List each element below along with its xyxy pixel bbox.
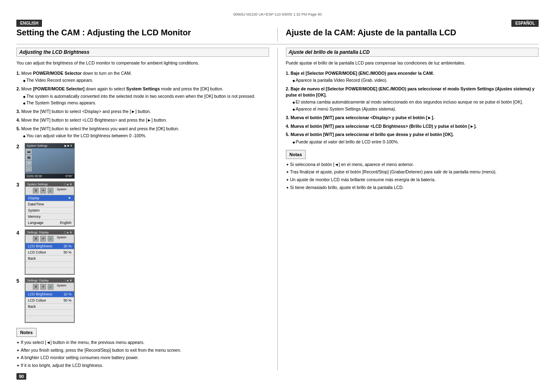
step-num: 2. (16, 86, 20, 91)
icon-camera: 📷 (26, 149, 32, 154)
menu-language-row: Language English (25, 220, 74, 226)
screen-4-img: Settings: Display □ ● ⏸ ⚙ ☀ 🔊 System LCD… (25, 229, 75, 275)
notes-box-left: Notes (16, 328, 37, 337)
step-3-left: 3. Move the [W/T] button to select <Disp… (16, 108, 269, 115)
lang-badge-english: ENGLISH (16, 20, 42, 27)
page-container: 00906J M2100 UK+ESP-110 9/8/05 1:32 PM P… (0, 0, 555, 392)
screen2-icons: ▶ ■ ⏸ (64, 144, 73, 148)
step-5-right: 5. Mueva el botón [W/T] para seleccionar… (286, 131, 539, 145)
menu-item-back: Back (28, 256, 36, 261)
steps-list-left: 1. Move POWER/MODE Selector down to turn… (16, 70, 269, 139)
screen2-topbar: System Settings ▶ ■ ⏸ (25, 143, 74, 148)
col-right: Ajuste del brillo de la pantalla LCD Pue… (278, 48, 539, 370)
menu-empty-row1 (25, 262, 74, 268)
step-num: 4. (16, 118, 20, 122)
step-text: Move the [W/T] button to select <LCD Bri… (21, 118, 167, 122)
icon-speaker: 🔊 (48, 188, 53, 194)
icon-settings2: ⚙ (26, 161, 32, 166)
note-2-left: After you finish setting, press the [Rec… (16, 347, 269, 353)
menu-icons-row-4: ⚙ ☀ 🔊 System (25, 235, 74, 243)
menu-icons-row-3: ⚙ ☀ 🔊 System (25, 187, 74, 195)
system-label3: System (57, 284, 66, 290)
step-num: 5. (16, 126, 20, 131)
menu-item-lcdcol5: LCD Colour (28, 298, 46, 302)
menu-item-memory: Memory (28, 214, 41, 219)
notes-list-left: If you select [◄] button in the menu, th… (16, 339, 269, 369)
menu-item-lcdcol: LCD Colour (28, 250, 46, 254)
icon-speaker2: 🔊 (48, 236, 53, 242)
menu-lcdcolour-row5: LCD Colour 50 % (25, 297, 74, 304)
menu-topbar-4: Settings: Display □ ● ⏸ (25, 230, 74, 235)
step-text: Mueva el botón [W/T] para seleccionar el… (290, 132, 454, 137)
system-label2: System (57, 236, 66, 242)
sub-list: El sistema cambia automáticamente al mod… (292, 99, 539, 112)
menu-topbar-3: System Settings □ ● ⏸ (25, 182, 74, 187)
menu-lcdcolour-row: LCD Colour 50 % (25, 249, 74, 256)
menu-item-language: Language (28, 221, 44, 225)
screen-2-display: System Settings ▶ ■ ⏸ 📷 🎬 ⚙ ♪ (25, 143, 74, 178)
screen4-title: Settings: Display (27, 231, 48, 234)
screen5-icons: ↑ ● ⏸ (64, 279, 72, 282)
icon-film: 🎬 (26, 155, 32, 160)
step-num: 1. (286, 71, 291, 76)
icon-sun3: ☀ (40, 284, 46, 290)
section-title-right: Ajuste del brillo de la pantalla LCD (286, 48, 539, 57)
step-text: Move the [W/T] button to select <Display… (21, 109, 151, 114)
screen2-title: System Settings (27, 144, 48, 148)
sub-list: Aparece la pantalla Video Record (Grab. … (292, 77, 539, 83)
screen2-status: STBY (65, 175, 73, 178)
sub-item: You can adjust value for the LCD brightn… (23, 133, 269, 139)
step-text: Mueva el botón [W/T] para seleccionar <D… (290, 115, 434, 120)
step-num: 5. (286, 132, 291, 137)
menu-icons-row-5: ⚙ ☀ 🔊 System (25, 283, 74, 291)
menu-item-display: Display (28, 196, 39, 200)
screen2-bottombar: 01/01 00:00 STBY (25, 174, 74, 178)
sub-item: Aparece la pantalla Video Record (Grab. … (292, 77, 539, 83)
menu-system-row: System (25, 208, 74, 214)
screen-5-img: Settings: Display ↑ ● ⏸ ⚙ ☀ 🔊 System LCD… (25, 277, 75, 323)
menu-item-lcdbr5: LCD Brightness (28, 292, 53, 296)
step-text: Baje de nuevo el [Selector POWER/MODE] (… (286, 86, 535, 97)
menu-lcdcol-value: 50 % (64, 250, 71, 254)
screen2-date: 01/01 00:00 (27, 175, 42, 178)
note-3-left: A brighter LCD monitor setting consumes … (16, 355, 269, 361)
screen-3-img: System Settings □ ● ⏸ ⚙ ☀ 🔊 System Displ… (25, 181, 75, 227)
screen5-title: Settings: Display (27, 279, 48, 282)
note-1-left: If you select [◄] button in the menu, th… (16, 339, 269, 346)
sub-item: The System Settings menu appears. (23, 100, 269, 106)
page-number: 90 (16, 373, 26, 380)
step-4-left: 4. Move the [W/T] button to select <LCD … (16, 117, 269, 123)
steps-list-right: 1. Baje el [Selector POWER/MODE] (ENC./M… (286, 70, 539, 145)
menu-language-value: English (60, 221, 71, 225)
menu-item-datetime: Date/Time (28, 202, 44, 206)
menu-back-row: Back (25, 256, 74, 262)
menu-lcdbr-value5: 10 % (64, 292, 71, 296)
menu-arrow: ► (68, 196, 71, 200)
step-2-right: 2. Baje de nuevo el [Selector POWER/MODE… (286, 86, 539, 112)
step-text: Move [POWER/MODE Selector] down again to… (21, 86, 223, 91)
note-2-right: Tras finalizar el ajuste, pulse el botón… (286, 169, 539, 175)
top-meta: 00906J M2100 UK+ESP-110 9/8/05 1:32 PM P… (16, 12, 539, 16)
menu-datetime-row: Date/Time (25, 201, 74, 208)
menu-item-system: System (28, 208, 39, 212)
notes-list-right: Si selecciona el botón [◄] en el menú, a… (286, 161, 539, 191)
screen-5-num: 5 (16, 278, 22, 284)
sub-list: Puede ajustar el valor del brillo de LCD… (292, 139, 539, 145)
menu-display-row: Display ► (25, 195, 74, 201)
icon-music: ♪ (26, 166, 32, 171)
menu-topbar-5: Settings: Display ↑ ● ⏸ (25, 278, 74, 283)
intro-left: You can adjust the brightness of the LCD… (16, 60, 269, 66)
screen-4-num: 4 (16, 230, 22, 236)
lang-badge-espanol: ESPAÑOL (511, 20, 539, 27)
menu-empty-row3 (25, 310, 74, 316)
step-num: 2. (286, 86, 291, 91)
menu-empty-row4 (25, 316, 74, 322)
step-num: 3. (16, 109, 20, 114)
sub-item: Puede ajustar el valor del brillo de LCD… (292, 139, 539, 145)
menu-back-row5: Back (25, 304, 74, 310)
note-4-right: Si tiene demasiado brillo, ajuste el bri… (286, 184, 539, 191)
icon-wrench3: ⚙ (33, 284, 39, 290)
menu-lcdbrightness-row5: LCD Brightness 10 % (25, 291, 74, 297)
page-title-right: Ajuste de la CAM: Ajuste de la pantalla … (286, 28, 539, 37)
screens-area-left: 2 System Settings ▶ ■ ⏸ 📷 🎬 (16, 143, 269, 323)
